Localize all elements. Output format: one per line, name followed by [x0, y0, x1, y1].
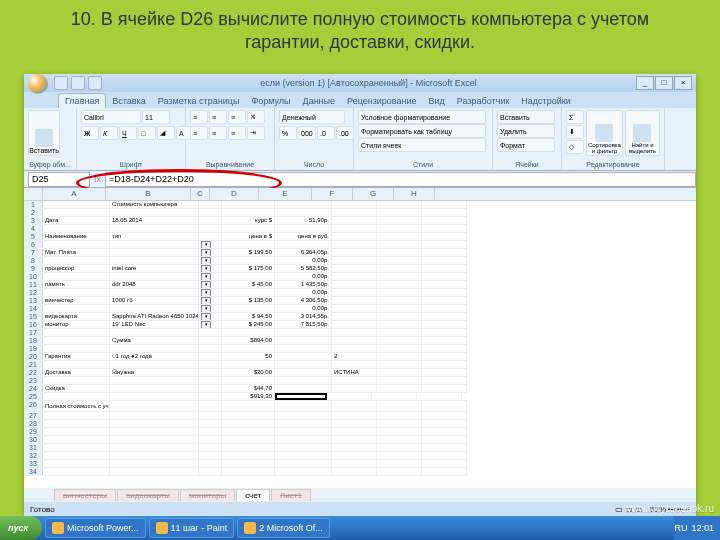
- office-button[interactable]: [28, 74, 48, 94]
- cell[interactable]: [222, 289, 275, 296]
- worksheet[interactable]: A B C D E F G H 1Стоимость компьютера23Д…: [24, 188, 696, 476]
- sheet-tab[interactable]: винчестеры: [54, 489, 116, 501]
- cell[interactable]: [422, 345, 467, 352]
- cell[interactable]: 18.05.2014: [110, 217, 199, 224]
- cell[interactable]: [275, 337, 332, 344]
- cell[interactable]: [377, 420, 422, 427]
- dropdown-icon[interactable]: ▾: [201, 313, 211, 320]
- cell[interactable]: 7 815,50р.: [275, 321, 332, 328]
- cell[interactable]: [222, 468, 275, 475]
- cell[interactable]: intel core: [110, 265, 199, 272]
- table-row[interactable]: 25$919,30: [24, 393, 467, 401]
- cell[interactable]: [332, 452, 377, 459]
- cell[interactable]: [377, 241, 422, 248]
- cell[interactable]: цена в $: [222, 233, 275, 240]
- tab-home[interactable]: Главная: [58, 93, 106, 108]
- cell[interactable]: ▾: [199, 249, 222, 256]
- sort-filter[interactable]: Сортировка и фильтр: [586, 110, 623, 156]
- cell[interactable]: [199, 452, 222, 459]
- cell[interactable]: [422, 321, 467, 328]
- name-box[interactable]: D25: [28, 172, 90, 187]
- cell[interactable]: [275, 377, 332, 384]
- table-row[interactable]: 13винчестер1000 гб▾$ 135,004 306,50р.: [24, 297, 467, 305]
- underline-button[interactable]: Ч: [119, 126, 137, 140]
- cell[interactable]: 0,00р.: [275, 273, 332, 280]
- cell[interactable]: [199, 209, 222, 216]
- cell[interactable]: [332, 313, 377, 320]
- system-tray[interactable]: RU 12:01: [674, 516, 720, 540]
- cell[interactable]: [377, 321, 422, 328]
- cell[interactable]: [222, 377, 275, 384]
- cell[interactable]: [422, 249, 467, 256]
- cell[interactable]: [422, 233, 467, 240]
- cell[interactable]: [222, 401, 275, 411]
- table-row[interactable]: 3Дата18.05.2014курс $51,90р.: [24, 217, 467, 225]
- cell[interactable]: [422, 420, 467, 427]
- cell[interactable]: [422, 289, 467, 296]
- cell[interactable]: [43, 257, 110, 264]
- cell[interactable]: [422, 444, 467, 451]
- cell[interactable]: [199, 369, 222, 376]
- cell[interactable]: 6 364,05р.: [275, 249, 332, 256]
- cell[interactable]: [377, 460, 422, 467]
- cell[interactable]: [43, 241, 110, 248]
- cell[interactable]: [110, 385, 199, 392]
- cell[interactable]: [43, 468, 110, 475]
- cell[interactable]: [222, 329, 275, 336]
- cell[interactable]: [332, 249, 377, 256]
- cell[interactable]: [275, 361, 332, 368]
- cell[interactable]: [222, 305, 275, 312]
- cell[interactable]: [222, 241, 275, 248]
- cell[interactable]: [422, 217, 467, 224]
- cell[interactable]: 1000 гб: [110, 297, 199, 304]
- cell[interactable]: 51,90р.: [275, 217, 332, 224]
- cell[interactable]: $ 245,00: [222, 321, 275, 328]
- cell[interactable]: [275, 209, 332, 216]
- cell[interactable]: [275, 420, 332, 427]
- table-row[interactable]: 30: [24, 436, 467, 444]
- cell[interactable]: [222, 444, 275, 451]
- cell[interactable]: [43, 345, 110, 352]
- cell[interactable]: [377, 201, 422, 208]
- table-row[interactable]: 18Сумма$894,00: [24, 337, 467, 345]
- cell[interactable]: [332, 468, 377, 475]
- sheet-tab[interactable]: Лист1: [271, 489, 311, 501]
- tab-page-layout[interactable]: Разметка страницы: [152, 94, 246, 108]
- cell[interactable]: [332, 233, 377, 240]
- sheet-tabs[interactable]: винчестерывидеокартымониторысчетЛист1: [24, 488, 696, 502]
- cell[interactable]: [422, 305, 467, 312]
- table-row[interactable]: 8▾0,00р.: [24, 257, 467, 265]
- cell[interactable]: винчестер: [43, 297, 110, 304]
- cell[interactable]: ▾: [199, 289, 222, 296]
- cell[interactable]: [43, 305, 110, 312]
- cell[interactable]: [222, 257, 275, 264]
- lang-indicator[interactable]: RU: [674, 523, 687, 533]
- cell[interactable]: [332, 209, 377, 216]
- cell[interactable]: [332, 436, 377, 443]
- column-headers[interactable]: A B C D E F G H: [24, 188, 696, 201]
- cell[interactable]: [43, 420, 110, 427]
- cell[interactable]: ▾: [199, 321, 222, 328]
- cell[interactable]: [110, 241, 199, 248]
- cell[interactable]: [422, 385, 467, 392]
- cell[interactable]: [43, 444, 110, 451]
- cell[interactable]: [199, 345, 222, 352]
- taskbar[interactable]: пуск Microsoft Power... 11 шаг - Paint 2…: [0, 516, 720, 540]
- cell[interactable]: [332, 337, 377, 344]
- insert-cells[interactable]: Вставить: [497, 110, 555, 124]
- cell[interactable]: [377, 225, 422, 232]
- fill-button[interactable]: ◢: [157, 126, 175, 140]
- table-row[interactable]: 6▾: [24, 241, 467, 249]
- table-row[interactable]: 32: [24, 452, 467, 460]
- cell[interactable]: [422, 412, 467, 419]
- table-row[interactable]: 20Гарантия○1 год ●2 года502: [24, 353, 467, 361]
- cell[interactable]: $ 199,50: [222, 249, 275, 256]
- cell[interactable]: [275, 345, 332, 352]
- cell[interactable]: [222, 225, 275, 232]
- cell[interactable]: [422, 265, 467, 272]
- cell[interactable]: [377, 305, 422, 312]
- cell[interactable]: Доставка: [43, 369, 110, 376]
- cell[interactable]: 0,00р.: [275, 289, 332, 296]
- cell[interactable]: [222, 420, 275, 427]
- cell[interactable]: $20,00: [222, 369, 275, 376]
